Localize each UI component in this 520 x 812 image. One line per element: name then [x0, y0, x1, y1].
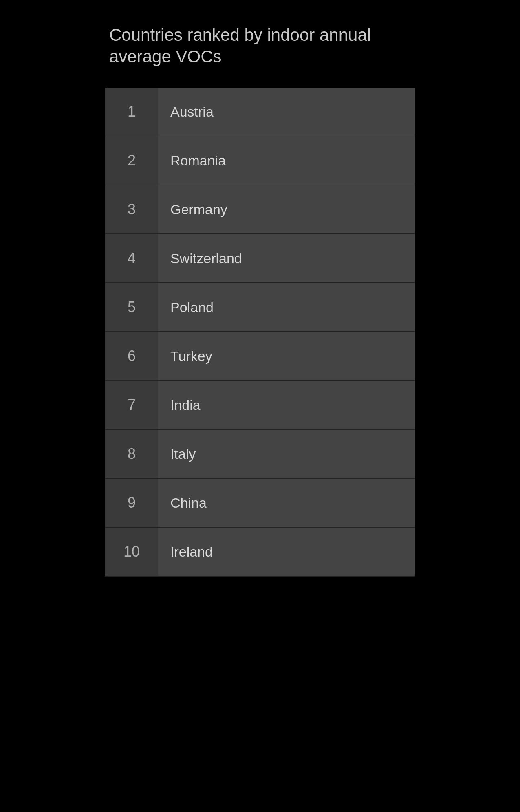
country-cell: Poland	[158, 283, 415, 332]
rank-cell: 10	[105, 527, 158, 576]
rank-cell: 6	[105, 332, 158, 381]
rank-cell: 4	[105, 234, 158, 283]
rank-cell: 1	[105, 88, 158, 136]
ranking-table: 1Austria2Romania3Germany4Switzerland5Pol…	[105, 88, 415, 577]
main-container: Countries ranked by indoor annual averag…	[105, 24, 415, 577]
table-row: 6Turkey	[105, 332, 415, 381]
rank-cell: 8	[105, 429, 158, 478]
table-row: 8Italy	[105, 429, 415, 478]
country-cell: Ireland	[158, 527, 415, 576]
table-row: 2Romania	[105, 136, 415, 185]
country-cell: Romania	[158, 136, 415, 185]
table-row: 5Poland	[105, 283, 415, 332]
country-cell: Austria	[158, 88, 415, 136]
table-row: 10Ireland	[105, 527, 415, 576]
table-row: 4Switzerland	[105, 234, 415, 283]
country-cell: India	[158, 381, 415, 429]
country-cell: Germany	[158, 185, 415, 234]
rank-cell: 5	[105, 283, 158, 332]
page-title: Countries ranked by indoor annual averag…	[109, 24, 415, 67]
table-row: 1Austria	[105, 88, 415, 136]
rank-cell: 9	[105, 478, 158, 527]
rank-cell: 2	[105, 136, 158, 185]
rank-cell: 7	[105, 381, 158, 429]
country-cell: Italy	[158, 429, 415, 478]
country-cell: China	[158, 478, 415, 527]
rank-cell: 3	[105, 185, 158, 234]
country-cell: Switzerland	[158, 234, 415, 283]
table-row: 7India	[105, 381, 415, 429]
table-row: 3Germany	[105, 185, 415, 234]
country-cell: Turkey	[158, 332, 415, 381]
table-row: 9China	[105, 478, 415, 527]
